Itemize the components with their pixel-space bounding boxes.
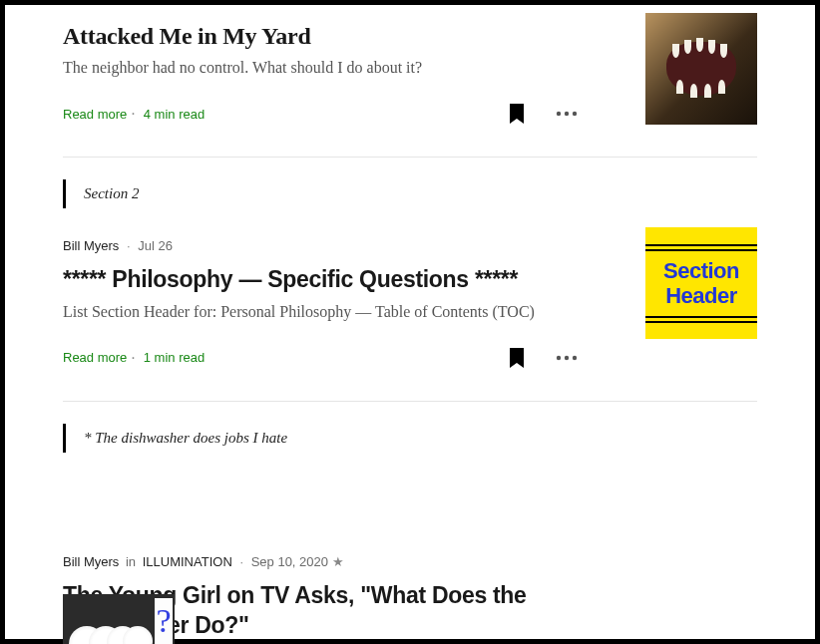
article-thumbnail[interactable] (645, 13, 757, 125)
publish-date: Sep 10, 2020 (251, 554, 328, 569)
article-actions: Read more · 1 min read (63, 343, 582, 373)
separator-dot: · (131, 105, 135, 123)
article-byline: Bill Myers in ILLUMINATION · Sep 10, 202… (63, 554, 757, 569)
bookmark-icon (508, 347, 526, 369)
article-divider (63, 401, 757, 402)
author-link[interactable]: Bill Myers (63, 554, 119, 569)
article-card: Section 2 Section Header Bill Myers · Ju… (63, 179, 757, 401)
svg-point-2 (573, 112, 577, 116)
article-divider (63, 157, 757, 158)
article-subtitle: List Section Header for: Personal Philos… (63, 303, 582, 321)
more-options-button[interactable] (552, 351, 582, 365)
svg-point-0 (557, 112, 561, 116)
section-label: * The dishwasher does jobs I hate (63, 424, 757, 453)
separator-dot: · (131, 349, 135, 367)
svg-point-3 (557, 356, 561, 360)
more-icon (556, 111, 578, 117)
article-card: * The dishwasher does jobs I hate ? Bill… (63, 424, 757, 641)
article-card: Attacked Me in My Yard The neighbor had … (63, 21, 757, 157)
article-title[interactable]: Attacked Me in My Yard (63, 21, 582, 51)
author-link[interactable]: Bill Myers (63, 238, 119, 253)
article-thumbnail[interactable]: ? (63, 594, 175, 644)
svg-point-4 (565, 356, 569, 360)
article-actions: Read more · 4 min read (63, 99, 582, 129)
read-more-link[interactable]: Read more (63, 350, 127, 365)
svg-point-5 (573, 356, 577, 360)
separator-dot: · (239, 554, 243, 569)
star-icon: ★ (332, 554, 344, 569)
read-time: 1 min read (144, 350, 205, 365)
publish-date: Jul 26 (138, 238, 173, 253)
article-subtitle: The neighbor had no control. What should… (63, 59, 582, 77)
section-label: Section 2 (63, 179, 757, 208)
read-more-link[interactable]: Read more (63, 107, 127, 122)
thumb-text-1: Section (663, 260, 739, 282)
publication-link[interactable]: ILLUMINATION (143, 554, 232, 569)
thumb-text-2: Header (665, 285, 737, 307)
svg-point-1 (565, 112, 569, 116)
article-thumbnail[interactable]: Section Header (645, 227, 757, 339)
article-title[interactable]: ***** Philosophy — Specific Questions **… (63, 265, 582, 295)
bookmark-icon (508, 103, 526, 125)
bookmark-button[interactable] (504, 99, 530, 129)
read-time: 4 min read (144, 107, 205, 122)
thumb-question-mark: ? (155, 598, 173, 644)
more-options-button[interactable] (552, 107, 582, 121)
dog-illustration (666, 42, 736, 96)
separator-dot: · (127, 238, 131, 253)
in-word: in (126, 554, 136, 569)
bookmark-button[interactable] (504, 343, 530, 373)
more-icon (556, 355, 578, 361)
